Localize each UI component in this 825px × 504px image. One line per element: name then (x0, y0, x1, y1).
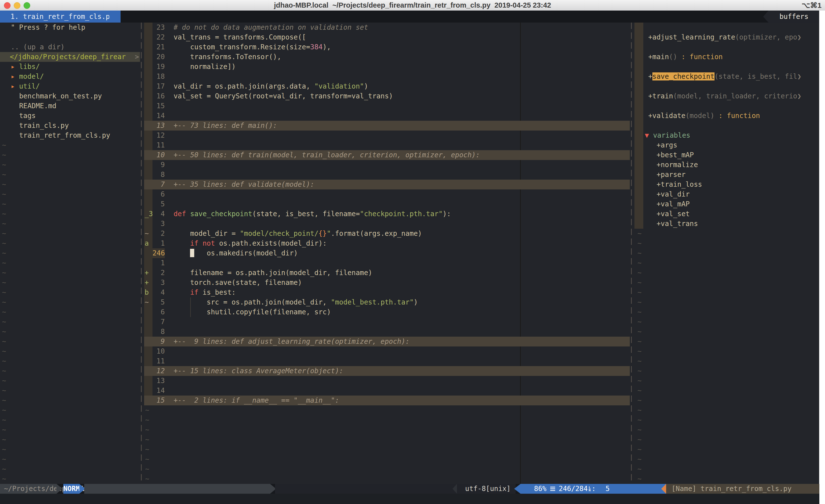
tagbar-variable-val_trans[interactable]: +val_trans (634, 219, 819, 229)
code-text[interactable]: model_dir = "model/check_point/{}".forma… (173, 229, 422, 239)
gutter-sign: + (145, 268, 152, 278)
code-line[interactable]: 246 os.makedirs(model_dir) (144, 248, 630, 258)
code-text[interactable]: +-- 73 lines: def main(): (173, 121, 277, 131)
code-line[interactable]: 20 transforms.ToTensor(), (144, 52, 630, 62)
code-text[interactable]: def save_checkpoint(state, is_best, file… (173, 209, 451, 219)
code-fold-line[interactable]: 9+-- 9 lines: def adjust_learning_rate(o… (144, 337, 630, 346)
window-separator-right[interactable] (631, 22, 632, 484)
tagbar-variable-val_mAP[interactable]: +val_mAP (634, 199, 819, 209)
terminal-screen: { "colors":{"accent_blue":"#3a6fba","fol… (0, 0, 825, 504)
code-line[interactable]: 16val_set = QuerySet(root=val_dir, trans… (144, 91, 630, 101)
code-text[interactable]: +-- 9 lines: def adjust_learning_rate(op… (173, 337, 409, 346)
tagbar-tag-save_checkpoint[interactable]: +save_checkpoint(state, is_best, fil❯ (634, 72, 819, 81)
code-text[interactable]: if is_best: (173, 287, 236, 298)
code-line[interactable]: 15 (144, 101, 630, 111)
code-line[interactable]: ~ 5 src = os.path.join(model_dir, "model… (144, 298, 630, 307)
nerdtree-file-tags[interactable]: tags (0, 111, 140, 121)
code-text[interactable]: +-- 35 lines: def validate(model): (173, 180, 314, 189)
code-line[interactable]: 9 (144, 160, 630, 170)
tab-train-retr-from-cls[interactable]: 1. train_retr_from_cls.py (0, 11, 121, 22)
code-fold-line[interactable]: 12+-- 15 lines: class AverageMeter(objec… (144, 366, 630, 376)
code-line[interactable]: 18 (144, 72, 630, 81)
code-line[interactable]: 6 shutil.copyfile(filename, src) (144, 307, 630, 317)
code-line[interactable]: ~ 2 model_dir = "model/check_point/{}".f… (144, 229, 630, 239)
code-text[interactable]: shutil.copyfile(filename, src) (173, 307, 331, 317)
code-text[interactable]: filename = os.path.join(model_dir, filen… (173, 268, 372, 278)
code-line[interactable]: a 1 if not os.path.exists(model_dir): (144, 239, 630, 248)
code-text[interactable]: torch.save(state, filename) (173, 278, 302, 287)
nerdtree-file-train_retr_from_cls-py[interactable]: train_retr_from_cls.py (0, 131, 140, 140)
code-line[interactable]: 13 (144, 376, 630, 386)
fold-open-icon[interactable]: ▼ (645, 131, 653, 139)
code-text[interactable]: normalize]) (173, 62, 236, 72)
tagbar-tag-train[interactable]: +train(model, train_loader, criterio❯ (634, 91, 819, 101)
nerdtree-pane[interactable]: " Press ? for help.. (up a dir)</jdhao/P… (0, 22, 140, 484)
code-text[interactable]: +-- 15 lines: class AverageMeter(object)… (173, 366, 343, 376)
code-line[interactable]: 19 normalize]) (144, 62, 630, 72)
code-text[interactable]: custom_transform.Resize(size=384), (173, 42, 331, 52)
tagbar-variable-parser[interactable]: +parser (634, 170, 819, 180)
terminal-scrollbar[interactable] (819, 11, 825, 504)
tagbar-variable-best_mAP[interactable]: +best_mAP (634, 150, 819, 160)
code-line[interactable]: 6 (144, 189, 630, 199)
tagbar-variable-args[interactable]: +args (634, 140, 819, 150)
code-line[interactable]: 11 (144, 356, 630, 366)
nerdtree-dir-util[interactable]: ▸ util/ (0, 81, 140, 91)
nerdtree-dir-libs[interactable]: ▸ libs/ (0, 62, 140, 72)
nerdtree-root-path[interactable]: </jdhao/Projects/deep_firear> (0, 52, 140, 62)
tagbar-variable-train_loss[interactable]: +train_loss (634, 180, 819, 189)
code-text[interactable]: if not os.path.exists(model_dir): (173, 239, 327, 248)
code-line[interactable]: 1 (144, 258, 630, 268)
code-line[interactable]: 8 (144, 327, 630, 337)
code-line[interactable]: 5 (144, 199, 630, 209)
tagbar-pane[interactable]: +adjust_learning_rate(optimizer, epo❯+ma… (634, 22, 819, 484)
tagbar-variable-val_dir[interactable]: +val_dir (634, 189, 819, 199)
code-text[interactable]: transforms.ToTensor(), (173, 52, 281, 62)
nerdtree-file-train_cls-py[interactable]: train_cls.py (0, 121, 140, 131)
code-line[interactable]: 23# do not do data augmentation on valid… (144, 22, 630, 32)
vim-command-line[interactable] (0, 494, 819, 504)
code-text[interactable]: os.makedirs(model_dir) (173, 248, 298, 258)
code-line[interactable]: + 2 filename = os.path.join(model_dir, f… (144, 268, 630, 278)
code-line[interactable]: 14 (144, 386, 630, 396)
code-line[interactable]: 22val_trans = transforms.Compose([ (144, 32, 630, 42)
code-line[interactable]: 10 (144, 346, 630, 356)
code-text[interactable]: val_set = QuerySet(root=val_dir, transfo… (173, 91, 393, 101)
tagbar-tag-main[interactable]: +main() : function (634, 52, 819, 62)
window-separator-left[interactable] (141, 22, 142, 484)
nerdtree-file-benchmark_on_test-py[interactable]: benchmark_on_test.py (0, 91, 140, 101)
nerdtree-dir-model[interactable]: ▸ model/ (0, 72, 140, 81)
code-text[interactable]: src = os.path.join(model_dir, "model_bes… (173, 298, 418, 307)
code-text[interactable]: +-- 50 lines: def train(model, train_loa… (173, 150, 480, 160)
tagbar-tag-adjust_learning_rate[interactable]: +adjust_learning_rate(optimizer, epo❯ (634, 32, 819, 42)
code-line[interactable]: 12 (144, 131, 630, 140)
nerdtree-up-dir[interactable]: .. (up a dir) (0, 42, 140, 52)
code-fold-line[interactable]: 15+-- 2 lines: if __name__ == "__main__"… (144, 396, 630, 405)
tagbar-variable-normalize[interactable]: +normalize (634, 160, 819, 170)
empty-line-tilde: ~ (634, 268, 819, 278)
nerdtree-file-README-md[interactable]: README.md (0, 101, 140, 111)
code-line[interactable]: 21 custom_transform.Resize(size=384), (144, 42, 630, 52)
code-line[interactable]: 7 (144, 317, 630, 327)
code-rows[interactable]: 23# do not do data augmentation on valid… (144, 22, 630, 484)
code-line[interactable]: b 4 if is_best: (144, 287, 630, 298)
tagbar-variable-val_set[interactable]: +val_set (634, 209, 819, 219)
code-line[interactable]: 17val_dir = os.path.join(args.data, "val… (144, 81, 630, 91)
code-fold-line[interactable]: 10+-- 50 lines: def train(model, train_l… (144, 150, 630, 160)
code-line[interactable]: 14 (144, 111, 630, 121)
code-line[interactable]: _3 4def save_checkpoint(state, is_best, … (144, 209, 630, 219)
code-line[interactable]: 11 (144, 140, 630, 150)
tagbar-tag-validate[interactable]: +validate(model) : function (634, 111, 819, 121)
code-line[interactable]: 3 (144, 219, 630, 229)
code-text[interactable]: val_dir = os.path.join(args.data, "valid… (173, 81, 368, 91)
code-line[interactable]: + 3 torch.save(state, filename) (144, 278, 630, 287)
code-fold-line[interactable]: 7+-- 35 lines: def validate(model): (144, 180, 630, 189)
code-fold-line[interactable]: 13+-- 73 lines: def main(): (144, 121, 630, 131)
code-text[interactable]: # do not do data augmentation on validat… (173, 22, 368, 32)
tagbar-rows[interactable]: +adjust_learning_rate(optimizer, epo❯+ma… (634, 22, 819, 484)
code-text[interactable]: +-- 2 lines: if __name__ == "__main__": (173, 396, 339, 405)
tagbar-kind-variables[interactable]: ▼ variables (634, 131, 819, 140)
code-editor-pane[interactable]: 23# do not do data augmentation on valid… (144, 22, 630, 484)
code-text[interactable]: val_trans = transforms.Compose([ (173, 32, 306, 42)
code-line[interactable]: 8 (144, 170, 630, 180)
